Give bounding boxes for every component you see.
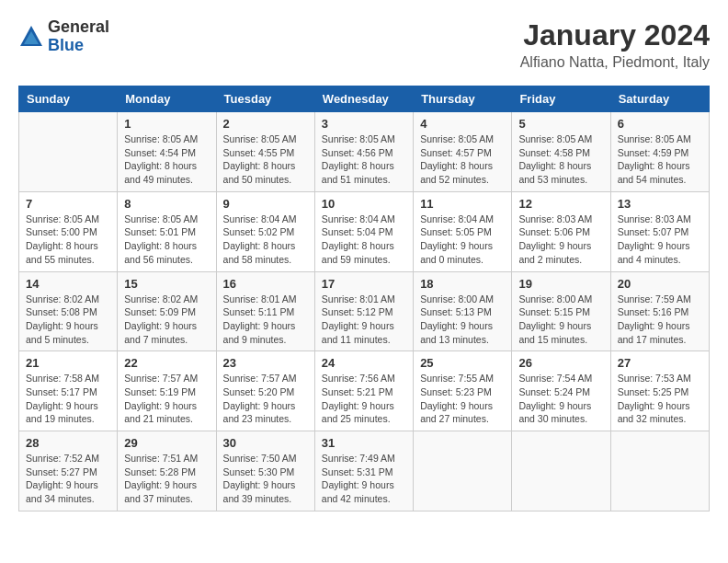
sunrise-text: Sunrise: 7:56 AM xyxy=(322,373,395,384)
day-info: Sunrise: 7:52 AMSunset: 5:27 PMDaylight:… xyxy=(26,452,110,506)
day-info: Sunrise: 7:51 AMSunset: 5:28 PMDaylight:… xyxy=(124,452,209,506)
sunrise-text: Sunrise: 8:05 AM xyxy=(223,133,297,144)
calendar-week-row: 21Sunrise: 7:58 AMSunset: 5:17 PMDayligh… xyxy=(19,351,710,431)
sunset-text: Sunset: 5:31 PM xyxy=(322,466,393,477)
calendar-cell: 9Sunrise: 8:04 AMSunset: 5:02 PMDaylight… xyxy=(216,191,314,271)
sunset-text: Sunset: 5:11 PM xyxy=(223,306,295,317)
sunset-text: Sunset: 4:59 PM xyxy=(618,147,689,158)
calendar-cell: 27Sunrise: 7:53 AMSunset: 5:25 PMDayligh… xyxy=(610,351,709,431)
daylight-text: Daylight: 9 hours and 17 minutes. xyxy=(618,320,690,345)
sunset-text: Sunset: 4:55 PM xyxy=(223,147,295,158)
daylight-text: Daylight: 9 hours and 9 minutes. xyxy=(223,320,296,345)
sunrise-text: Sunrise: 8:02 AM xyxy=(26,293,99,304)
weekday-header: Tuesday xyxy=(216,86,314,112)
page-header: General Blue January 2024 Alfiano Natta,… xyxy=(18,18,710,71)
calendar-cell xyxy=(610,431,709,511)
sunrise-text: Sunrise: 8:05 AM xyxy=(124,133,198,144)
day-info: Sunrise: 7:57 AMSunset: 5:20 PMDaylight:… xyxy=(223,372,308,426)
day-number: 29 xyxy=(124,436,209,450)
day-number: 6 xyxy=(618,117,702,131)
day-number: 15 xyxy=(124,277,209,291)
day-number: 28 xyxy=(26,436,110,450)
calendar-cell xyxy=(19,112,118,192)
calendar-week-row: 14Sunrise: 8:02 AMSunset: 5:08 PMDayligh… xyxy=(19,271,710,351)
day-info: Sunrise: 8:00 AMSunset: 5:13 PMDaylight:… xyxy=(420,293,505,347)
sunrise-text: Sunrise: 8:03 AM xyxy=(518,213,592,224)
day-info: Sunrise: 8:02 AMSunset: 5:08 PMDaylight:… xyxy=(26,293,110,347)
sunrise-text: Sunrise: 7:57 AM xyxy=(223,373,297,384)
day-info: Sunrise: 8:04 AMSunset: 5:05 PMDaylight:… xyxy=(420,213,505,267)
sunrise-text: Sunrise: 8:05 AM xyxy=(518,133,592,144)
sunset-text: Sunset: 5:23 PM xyxy=(420,386,492,397)
sunrise-text: Sunrise: 7:49 AM xyxy=(322,453,395,464)
weekday-header: Wednesday xyxy=(314,86,413,112)
calendar-cell: 8Sunrise: 8:05 AMSunset: 5:01 PMDaylight… xyxy=(118,191,216,271)
logo-blue: Blue xyxy=(48,36,84,54)
weekday-header: Thursday xyxy=(414,86,512,112)
day-info: Sunrise: 8:05 AMSunset: 4:59 PMDaylight:… xyxy=(618,132,702,187)
calendar-cell: 18Sunrise: 8:00 AMSunset: 5:13 PMDayligh… xyxy=(414,271,512,351)
day-number: 22 xyxy=(124,356,209,370)
sunset-text: Sunset: 5:04 PM xyxy=(322,226,393,237)
daylight-text: Daylight: 9 hours and 42 minutes. xyxy=(322,479,394,504)
daylight-text: Daylight: 9 hours and 21 minutes. xyxy=(124,400,197,425)
day-info: Sunrise: 8:01 AMSunset: 5:12 PMDaylight:… xyxy=(322,293,406,347)
daylight-text: Daylight: 8 hours and 51 minutes. xyxy=(322,160,394,185)
calendar-cell: 14Sunrise: 8:02 AMSunset: 5:08 PMDayligh… xyxy=(19,271,118,351)
day-number: 3 xyxy=(322,117,406,131)
sunrise-text: Sunrise: 8:00 AM xyxy=(518,293,592,304)
calendar-cell: 7Sunrise: 8:05 AMSunset: 5:00 PMDaylight… xyxy=(19,191,118,271)
daylight-text: Daylight: 8 hours and 53 minutes. xyxy=(518,160,591,185)
day-info: Sunrise: 8:05 AMSunset: 5:01 PMDaylight:… xyxy=(124,213,209,267)
day-info: Sunrise: 7:50 AMSunset: 5:30 PMDaylight:… xyxy=(223,452,308,506)
title-block: January 2024 Alfiano Natta, Piedmont, It… xyxy=(520,18,710,71)
sunrise-text: Sunrise: 8:02 AM xyxy=(124,293,198,304)
daylight-text: Daylight: 9 hours and 34 minutes. xyxy=(26,479,98,504)
day-number: 14 xyxy=(26,277,110,291)
calendar-cell: 16Sunrise: 8:01 AMSunset: 5:11 PMDayligh… xyxy=(216,271,314,351)
weekday-header: Sunday xyxy=(19,86,118,112)
sunrise-text: Sunrise: 7:58 AM xyxy=(26,373,99,384)
sunset-text: Sunset: 5:16 PM xyxy=(618,306,689,317)
day-number: 7 xyxy=(26,197,110,211)
sunrise-text: Sunrise: 7:51 AM xyxy=(124,453,198,464)
day-info: Sunrise: 7:56 AMSunset: 5:21 PMDaylight:… xyxy=(322,372,406,426)
daylight-text: Daylight: 8 hours and 49 minutes. xyxy=(124,160,197,185)
sunrise-text: Sunrise: 7:54 AM xyxy=(518,373,592,384)
daylight-text: Daylight: 8 hours and 55 minutes. xyxy=(26,240,98,265)
calendar-cell xyxy=(414,431,512,511)
daylight-text: Daylight: 9 hours and 5 minutes. xyxy=(26,320,98,345)
weekday-header: Saturday xyxy=(610,86,709,112)
daylight-text: Daylight: 9 hours and 7 minutes. xyxy=(124,320,197,345)
day-info: Sunrise: 8:05 AMSunset: 5:00 PMDaylight:… xyxy=(26,213,110,267)
calendar-cell: 28Sunrise: 7:52 AMSunset: 5:27 PMDayligh… xyxy=(19,431,118,511)
daylight-text: Daylight: 9 hours and 15 minutes. xyxy=(518,320,591,345)
day-number: 16 xyxy=(223,277,308,291)
daylight-text: Daylight: 9 hours and 23 minutes. xyxy=(223,400,296,425)
day-info: Sunrise: 8:04 AMSunset: 5:02 PMDaylight:… xyxy=(223,213,308,267)
calendar-cell: 22Sunrise: 7:57 AMSunset: 5:19 PMDayligh… xyxy=(118,351,216,431)
day-number: 21 xyxy=(26,356,110,370)
sunset-text: Sunset: 5:19 PM xyxy=(124,386,196,397)
calendar-cell xyxy=(512,431,610,511)
daylight-text: Daylight: 8 hours and 50 minutes. xyxy=(223,160,296,185)
calendar-cell: 5Sunrise: 8:05 AMSunset: 4:58 PMDaylight… xyxy=(512,112,610,192)
day-number: 25 xyxy=(420,356,505,370)
day-info: Sunrise: 8:05 AMSunset: 4:57 PMDaylight:… xyxy=(420,132,505,187)
sunset-text: Sunset: 5:05 PM xyxy=(420,226,492,237)
sunset-text: Sunset: 5:28 PM xyxy=(124,466,196,477)
sunset-text: Sunset: 4:54 PM xyxy=(124,147,196,158)
sunrise-text: Sunrise: 7:55 AM xyxy=(420,373,494,384)
day-info: Sunrise: 8:05 AMSunset: 4:55 PMDaylight:… xyxy=(223,132,308,187)
day-number: 8 xyxy=(124,197,209,211)
calendar-cell: 1Sunrise: 8:05 AMSunset: 4:54 PMDaylight… xyxy=(118,112,216,192)
day-info: Sunrise: 7:58 AMSunset: 5:17 PMDaylight:… xyxy=(26,372,110,426)
calendar-cell: 23Sunrise: 7:57 AMSunset: 5:20 PMDayligh… xyxy=(216,351,314,431)
subtitle: Alfiano Natta, Piedmont, Italy xyxy=(520,54,710,71)
sunset-text: Sunset: 5:24 PM xyxy=(518,386,590,397)
calendar-week-row: 28Sunrise: 7:52 AMSunset: 5:27 PMDayligh… xyxy=(19,431,710,511)
sunset-text: Sunset: 4:57 PM xyxy=(420,147,492,158)
day-number: 4 xyxy=(420,117,505,131)
weekday-row: SundayMondayTuesdayWednesdayThursdayFrid… xyxy=(19,86,710,112)
day-info: Sunrise: 8:05 AMSunset: 4:56 PMDaylight:… xyxy=(322,132,406,187)
